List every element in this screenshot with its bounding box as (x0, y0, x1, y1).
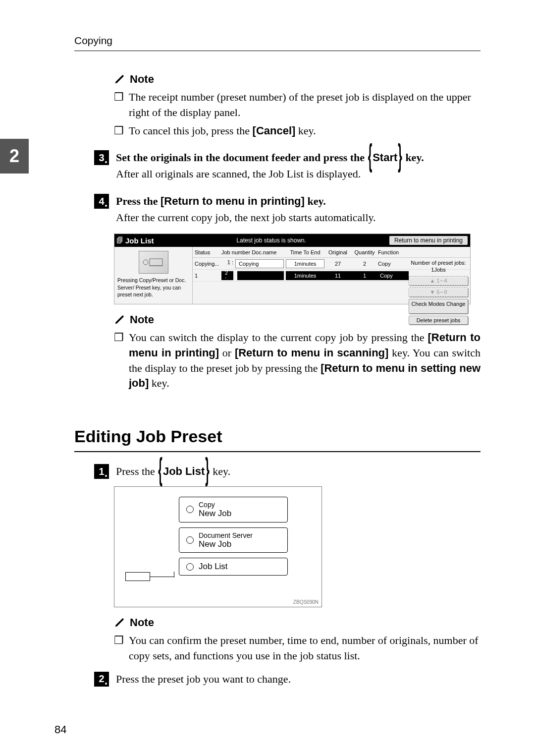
row1-quantity: 2 (351, 261, 378, 267)
note-text-suf: key. (295, 124, 316, 137)
start-key-label: Start (373, 151, 397, 164)
section-heading-editing-job-preset: Editing Job Preset (74, 410, 481, 452)
step-a-suffix: key. (210, 465, 230, 477)
row2-jobnum: 2 : (221, 271, 233, 280)
col-job: Job number Doc.name (221, 249, 286, 255)
pencil-icon (114, 314, 125, 325)
t: or (219, 347, 235, 359)
note-text: You can confirm the preset number, time … (129, 633, 481, 664)
note-bullet: ❒ You can confirm the preset number, tim… (114, 633, 481, 664)
led-icon (186, 506, 194, 513)
pencil-icon (114, 74, 125, 85)
step-b-text: Press the preset job you want to change. (116, 671, 291, 687)
joblist-left-message: Pressing Copy/Preset or Doc. Server/ Pre… (117, 277, 189, 298)
step-3-line: Set the originals in the document feeder… (116, 151, 424, 164)
row2-function: Copy (378, 271, 409, 280)
row1-status: Copying... (193, 261, 221, 267)
row2-quantity: 1 (351, 271, 378, 280)
col-original: Original (324, 249, 351, 255)
row1-function: Copy (378, 261, 409, 267)
t: You can switch the display to the curren… (129, 331, 428, 344)
job-list-key-label: Job List (163, 465, 205, 477)
page-number: 84 (54, 723, 66, 736)
row1-jobname: Copying (235, 259, 284, 268)
note-heading: Note (130, 616, 154, 629)
step-number-3: 3 (94, 150, 109, 165)
joblist-subtitle: Latest job status is shown. (154, 237, 389, 244)
copy-new-job-button[interactable]: Copy New Job (179, 497, 288, 523)
note-heading: Note (130, 313, 154, 326)
step-number-2: 2 (94, 672, 109, 687)
note-bullet: ❒ You can switch the display to the curr… (114, 330, 481, 391)
pencil-icon (114, 617, 125, 628)
check-modes-button[interactable]: Check Modes Change (409, 299, 468, 314)
btn-line1: Copy (199, 501, 231, 509)
preset-count-value: 1Jobs (431, 267, 445, 273)
job-list-button-panel: Copy New Job Document Server New Job Job… (114, 486, 322, 607)
row1-original: 27 (324, 261, 351, 267)
step-number-1: 1 (94, 464, 109, 479)
note-bullet: ❒ To cancel this job, press the [Cancel]… (114, 123, 481, 139)
btn-label: Job List (199, 562, 228, 572)
t: key. (149, 377, 169, 389)
step-4-after: After the current copy job, the next job… (116, 211, 376, 224)
row1-jobnum: 1 : (221, 259, 233, 268)
step-4-text: Press the [Return to menu in printing] k… (116, 193, 376, 226)
btn-line2: New Job (199, 509, 231, 519)
svg-point-0 (143, 260, 148, 265)
figure-code: ZBQS090N (114, 598, 321, 607)
cancel-key-label: [Cancel] (253, 124, 296, 137)
step-4-line: Press the [Return to menu in printing] k… (116, 195, 326, 207)
note-text: To cancel this job, press the [Cancel] k… (129, 123, 481, 139)
row2-original: 11 (324, 271, 351, 280)
btn-line2: New Job (199, 539, 253, 549)
note-bullet: ❒ The receipt number (preset number) of … (114, 90, 481, 120)
row2-status: 1 (193, 273, 221, 279)
bullet-glyph: ❒ (114, 90, 124, 120)
joblist-title: Job List (125, 236, 154, 245)
col-status: Status (193, 249, 221, 255)
btn-line1: Document Server (199, 531, 253, 539)
row2-tte: 1minutes (286, 271, 324, 280)
chapter-tab: 2 (0, 139, 29, 174)
bullet-glyph: ❒ (114, 123, 124, 139)
note-heading: Note (130, 73, 154, 86)
led-icon (186, 563, 194, 571)
note-text: The receipt number (preset number) of th… (129, 90, 481, 120)
note-text: You can switch the display to the curren… (129, 330, 481, 391)
return-to-menu-button[interactable]: Return to menu in printing (389, 235, 468, 245)
row1-tte: 1minutes (286, 259, 324, 268)
note-text-pre: To cancel this job, press the (129, 124, 253, 137)
step-4-prefix: Press the (116, 195, 160, 207)
job-list-screenshot: 🗐 Job List Latest job status is shown. R… (114, 233, 471, 304)
bullet-glyph: ❒ (114, 633, 124, 664)
step-a-prefix: Press the (116, 465, 158, 477)
page-up-button[interactable]: ▲ 1∼4 (409, 276, 468, 286)
pointer-callout (125, 572, 150, 581)
svg-rect-1 (150, 259, 162, 266)
bullet-glyph: ❒ (114, 330, 124, 391)
step-3-suffix: key. (403, 151, 424, 164)
step-a-text: Press the {Job List} key. (116, 463, 230, 479)
step-3-after: After all originals are scanned, the Job… (116, 168, 361, 180)
step-number-4: 4 (94, 194, 109, 209)
row2-jobname (237, 271, 284, 280)
delete-preset-jobs-button[interactable]: Delete preset jobs (409, 316, 468, 325)
joblist-icon: 🗐 (114, 236, 125, 244)
job-list-button[interactable]: Job List (179, 558, 288, 576)
page-down-button[interactable]: ▼ 5∼8 (409, 288, 468, 297)
preset-count-label: Number of preset jobs: (411, 260, 466, 266)
col-function: Function (378, 249, 409, 255)
doc-server-new-job-button[interactable]: Document Server New Job (179, 527, 288, 553)
led-icon (186, 536, 194, 544)
step-4-suffix: key. (305, 195, 326, 207)
joblist-header-row: Status Job number Doc.name Time To End O… (193, 247, 470, 258)
return-printing-key-label: [Return to menu in printing] (160, 195, 305, 207)
col-tte: Time To End (286, 249, 324, 255)
step-3-prefix: Set the originals in the document feeder… (116, 151, 368, 164)
col-quantity: Quantity (351, 249, 378, 255)
step-3-text: Set the originals in the document feeder… (116, 149, 424, 182)
return-scanning-key-label: [Return to menu in scanning] (235, 347, 388, 359)
joblist-thumbnail (139, 251, 168, 274)
running-head: Copying (74, 35, 481, 51)
